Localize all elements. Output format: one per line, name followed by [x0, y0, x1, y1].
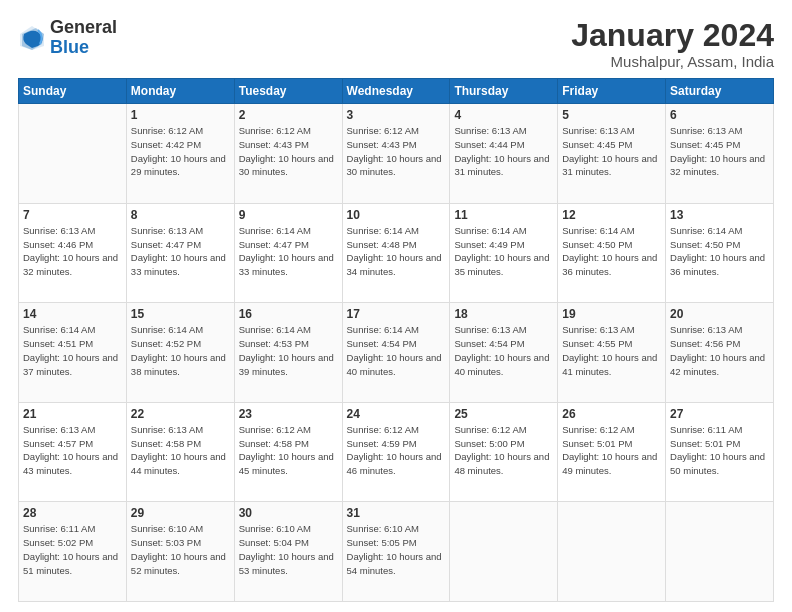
- calendar-day-cell: 26Sunrise: 6:12 AMSunset: 5:01 PMDayligh…: [558, 402, 666, 502]
- calendar-day-cell: 1Sunrise: 6:12 AMSunset: 4:42 PMDaylight…: [126, 104, 234, 204]
- calendar-day-cell: 31Sunrise: 6:10 AMSunset: 5:05 PMDayligh…: [342, 502, 450, 602]
- calendar-day-cell: 5Sunrise: 6:13 AMSunset: 4:45 PMDaylight…: [558, 104, 666, 204]
- calendar-day-header: Sunday: [19, 79, 127, 104]
- day-number: 30: [239, 506, 338, 520]
- calendar-week-row: 28Sunrise: 6:11 AMSunset: 5:02 PMDayligh…: [19, 502, 774, 602]
- day-info: Sunrise: 6:12 AMSunset: 4:43 PMDaylight:…: [239, 124, 338, 179]
- day-info: Sunrise: 6:12 AMSunset: 4:58 PMDaylight:…: [239, 423, 338, 478]
- calendar-day-cell: 4Sunrise: 6:13 AMSunset: 4:44 PMDaylight…: [450, 104, 558, 204]
- page: General Blue January 2024 Mushalpur, Ass…: [0, 0, 792, 612]
- day-number: 22: [131, 407, 230, 421]
- day-info: Sunrise: 6:14 AMSunset: 4:50 PMDaylight:…: [670, 224, 769, 279]
- logo-general: General: [50, 17, 117, 37]
- day-number: 3: [347, 108, 446, 122]
- calendar-day-header: Tuesday: [234, 79, 342, 104]
- logo-icon: [18, 24, 46, 52]
- day-number: 4: [454, 108, 553, 122]
- calendar-day-header: Friday: [558, 79, 666, 104]
- calendar-day-cell: 3Sunrise: 6:12 AMSunset: 4:43 PMDaylight…: [342, 104, 450, 204]
- day-number: 9: [239, 208, 338, 222]
- day-info: Sunrise: 6:13 AMSunset: 4:57 PMDaylight:…: [23, 423, 122, 478]
- day-number: 26: [562, 407, 661, 421]
- day-info: Sunrise: 6:14 AMSunset: 4:48 PMDaylight:…: [347, 224, 446, 279]
- day-info: Sunrise: 6:14 AMSunset: 4:51 PMDaylight:…: [23, 323, 122, 378]
- title-block: January 2024 Mushalpur, Assam, India: [571, 18, 774, 70]
- calendar-day-cell: 19Sunrise: 6:13 AMSunset: 4:55 PMDayligh…: [558, 303, 666, 403]
- calendar-day-cell: 2Sunrise: 6:12 AMSunset: 4:43 PMDaylight…: [234, 104, 342, 204]
- calendar-day-cell: 6Sunrise: 6:13 AMSunset: 4:45 PMDaylight…: [666, 104, 774, 204]
- day-number: 5: [562, 108, 661, 122]
- day-info: Sunrise: 6:13 AMSunset: 4:44 PMDaylight:…: [454, 124, 553, 179]
- day-number: 19: [562, 307, 661, 321]
- calendar-day-cell: [450, 502, 558, 602]
- calendar-day-cell: 23Sunrise: 6:12 AMSunset: 4:58 PMDayligh…: [234, 402, 342, 502]
- day-number: 27: [670, 407, 769, 421]
- calendar-day-cell: 24Sunrise: 6:12 AMSunset: 4:59 PMDayligh…: [342, 402, 450, 502]
- calendar-day-cell: 8Sunrise: 6:13 AMSunset: 4:47 PMDaylight…: [126, 203, 234, 303]
- day-number: 17: [347, 307, 446, 321]
- calendar-day-cell: [19, 104, 127, 204]
- day-number: 11: [454, 208, 553, 222]
- day-number: 6: [670, 108, 769, 122]
- day-number: 10: [347, 208, 446, 222]
- calendar-table: SundayMondayTuesdayWednesdayThursdayFrid…: [18, 78, 774, 602]
- calendar-subtitle: Mushalpur, Assam, India: [571, 53, 774, 70]
- day-info: Sunrise: 6:13 AMSunset: 4:56 PMDaylight:…: [670, 323, 769, 378]
- calendar-day-cell: 25Sunrise: 6:12 AMSunset: 5:00 PMDayligh…: [450, 402, 558, 502]
- day-number: 21: [23, 407, 122, 421]
- day-info: Sunrise: 6:14 AMSunset: 4:49 PMDaylight:…: [454, 224, 553, 279]
- day-number: 8: [131, 208, 230, 222]
- day-info: Sunrise: 6:14 AMSunset: 4:47 PMDaylight:…: [239, 224, 338, 279]
- day-info: Sunrise: 6:14 AMSunset: 4:53 PMDaylight:…: [239, 323, 338, 378]
- day-info: Sunrise: 6:12 AMSunset: 4:43 PMDaylight:…: [347, 124, 446, 179]
- day-number: 29: [131, 506, 230, 520]
- day-number: 7: [23, 208, 122, 222]
- day-info: Sunrise: 6:13 AMSunset: 4:47 PMDaylight:…: [131, 224, 230, 279]
- calendar-day-cell: 10Sunrise: 6:14 AMSunset: 4:48 PMDayligh…: [342, 203, 450, 303]
- day-number: 31: [347, 506, 446, 520]
- day-info: Sunrise: 6:12 AMSunset: 5:00 PMDaylight:…: [454, 423, 553, 478]
- day-number: 1: [131, 108, 230, 122]
- calendar-day-cell: [558, 502, 666, 602]
- day-number: 15: [131, 307, 230, 321]
- calendar-title: January 2024: [571, 18, 774, 53]
- calendar-day-cell: 12Sunrise: 6:14 AMSunset: 4:50 PMDayligh…: [558, 203, 666, 303]
- day-info: Sunrise: 6:14 AMSunset: 4:54 PMDaylight:…: [347, 323, 446, 378]
- day-number: 28: [23, 506, 122, 520]
- day-number: 23: [239, 407, 338, 421]
- calendar-day-cell: 28Sunrise: 6:11 AMSunset: 5:02 PMDayligh…: [19, 502, 127, 602]
- calendar-day-cell: 30Sunrise: 6:10 AMSunset: 5:04 PMDayligh…: [234, 502, 342, 602]
- day-info: Sunrise: 6:14 AMSunset: 4:50 PMDaylight:…: [562, 224, 661, 279]
- day-info: Sunrise: 6:13 AMSunset: 4:46 PMDaylight:…: [23, 224, 122, 279]
- day-info: Sunrise: 6:11 AMSunset: 5:01 PMDaylight:…: [670, 423, 769, 478]
- calendar-day-cell: 21Sunrise: 6:13 AMSunset: 4:57 PMDayligh…: [19, 402, 127, 502]
- day-number: 24: [347, 407, 446, 421]
- calendar-day-cell: 22Sunrise: 6:13 AMSunset: 4:58 PMDayligh…: [126, 402, 234, 502]
- day-number: 18: [454, 307, 553, 321]
- day-info: Sunrise: 6:14 AMSunset: 4:52 PMDaylight:…: [131, 323, 230, 378]
- day-number: 20: [670, 307, 769, 321]
- day-info: Sunrise: 6:13 AMSunset: 4:45 PMDaylight:…: [562, 124, 661, 179]
- logo-blue: Blue: [50, 37, 89, 57]
- day-info: Sunrise: 6:12 AMSunset: 4:59 PMDaylight:…: [347, 423, 446, 478]
- logo-text: General Blue: [50, 18, 117, 58]
- day-info: Sunrise: 6:12 AMSunset: 4:42 PMDaylight:…: [131, 124, 230, 179]
- day-info: Sunrise: 6:10 AMSunset: 5:04 PMDaylight:…: [239, 522, 338, 577]
- day-number: 2: [239, 108, 338, 122]
- calendar-week-row: 21Sunrise: 6:13 AMSunset: 4:57 PMDayligh…: [19, 402, 774, 502]
- day-info: Sunrise: 6:11 AMSunset: 5:02 PMDaylight:…: [23, 522, 122, 577]
- calendar-day-cell: 17Sunrise: 6:14 AMSunset: 4:54 PMDayligh…: [342, 303, 450, 403]
- calendar-week-row: 14Sunrise: 6:14 AMSunset: 4:51 PMDayligh…: [19, 303, 774, 403]
- day-number: 12: [562, 208, 661, 222]
- calendar-day-cell: 7Sunrise: 6:13 AMSunset: 4:46 PMDaylight…: [19, 203, 127, 303]
- day-info: Sunrise: 6:13 AMSunset: 4:55 PMDaylight:…: [562, 323, 661, 378]
- day-info: Sunrise: 6:12 AMSunset: 5:01 PMDaylight:…: [562, 423, 661, 478]
- calendar-day-header: Saturday: [666, 79, 774, 104]
- day-info: Sunrise: 6:13 AMSunset: 4:58 PMDaylight:…: [131, 423, 230, 478]
- calendar-day-cell: 15Sunrise: 6:14 AMSunset: 4:52 PMDayligh…: [126, 303, 234, 403]
- header: General Blue January 2024 Mushalpur, Ass…: [18, 18, 774, 70]
- calendar-day-cell: 9Sunrise: 6:14 AMSunset: 4:47 PMDaylight…: [234, 203, 342, 303]
- calendar-day-cell: 11Sunrise: 6:14 AMSunset: 4:49 PMDayligh…: [450, 203, 558, 303]
- calendar-day-cell: 16Sunrise: 6:14 AMSunset: 4:53 PMDayligh…: [234, 303, 342, 403]
- calendar-day-cell: 13Sunrise: 6:14 AMSunset: 4:50 PMDayligh…: [666, 203, 774, 303]
